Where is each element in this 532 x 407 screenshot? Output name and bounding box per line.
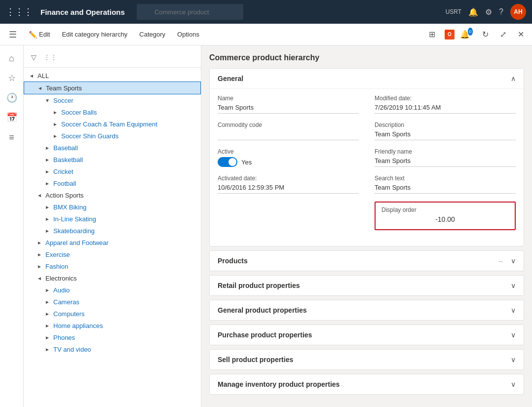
clock-icon[interactable]: 🕐 (3, 89, 21, 107)
tree-item-soccer-shin-label: Soccer Shin Guards (61, 132, 118, 140)
office-icon-btn[interactable]: O (442, 27, 457, 42)
notification-badge: 0 (468, 28, 473, 36)
tree-item-cricket-label: Cricket (53, 168, 73, 175)
refresh-icon[interactable]: ↻ (478, 27, 493, 42)
electronics-expand-icon: ◄ (36, 274, 43, 282)
apparel-expand-icon: ► (36, 239, 43, 246)
tree-item-skateboarding[interactable]: ► Skateboarding (24, 225, 201, 237)
tree-item-football[interactable]: ► Football (24, 177, 201, 189)
name-label: Name (218, 95, 359, 102)
action-sports-expand-icon: ◄ (36, 191, 43, 199)
fullscreen-icon[interactable]: ⤢ (495, 27, 510, 42)
edit-icon: ✏️ (29, 31, 37, 39)
collapse-sidebar-icon[interactable]: ☰ (4, 26, 22, 43)
edit-hierarchy-button[interactable]: Edit category hierarchy (57, 29, 132, 40)
tree-item-apparel-label: Apparel and Footwear (45, 239, 109, 246)
tree-item-action-sports[interactable]: ◄ Action Sports (24, 189, 201, 201)
drag-handle: ⋮⋮ (43, 53, 57, 61)
tree-item-baseball-label: Baseball (53, 144, 78, 152)
tree-item-electronics[interactable]: ◄ Electronics (24, 272, 201, 284)
tree-item-soccer-label: Soccer (53, 97, 73, 104)
close-icon[interactable]: ✕ (513, 27, 528, 42)
options-button[interactable]: Options (172, 29, 204, 40)
activated-date-field: Activated date: 10/6/2016 12:59:35 PM (218, 175, 359, 194)
tree-item-inline-skating[interactable]: ► In-Line Skating (24, 213, 201, 225)
retail-section-header[interactable]: Retail product properties ∨ (210, 276, 524, 295)
tree-item-soccer-balls[interactable]: ► Soccer Balls (24, 106, 201, 118)
home-icon[interactable]: ⌂ (3, 49, 21, 67)
tree-item-audio[interactable]: ► Audio (24, 284, 201, 296)
tree-item-soccer-coach[interactable]: ► Soccer Coach & Team Equipment (24, 118, 201, 130)
tree-item-soccer-shin[interactable]: ► Soccer Shin Guards (24, 130, 201, 142)
filter-icon[interactable]: ▽ (28, 51, 39, 63)
tree-item-bmx-label: BMX Biking (53, 204, 86, 211)
edit-button[interactable]: ✏️ Edit (24, 29, 55, 41)
global-search-input[interactable] (137, 4, 243, 20)
options-label: Options (177, 31, 199, 38)
general-product-properties-section: General product properties ∨ (209, 300, 524, 321)
name-field: Name Team Sports (218, 95, 359, 114)
tree-item-bmx[interactable]: ► BMX Biking (24, 201, 201, 213)
friendly-name-value: Team Sports (375, 157, 516, 167)
manage-inventory-section-header[interactable]: Manage inventory product properties ∨ (210, 374, 524, 394)
general-prod-section-header[interactable]: General product properties ∨ (210, 300, 524, 320)
sell-section-title: Sell product properties (218, 356, 293, 364)
app-title: Finance and Operations (40, 8, 125, 16)
manage-inventory-chevron-icon: ∨ (511, 380, 516, 388)
notifications-badge-btn[interactable]: 🔔0 (460, 27, 475, 42)
tree-item-home-appliances-label: Home appliances (53, 322, 103, 329)
tree-item-exercise[interactable]: ► Exercise (24, 248, 201, 260)
main-layout: ⌂ ☆ 🕐 📅 ≡ ▽ ⋮⋮ ◄ ALL ◄ Team Sports ▼ Soc… (0, 45, 532, 407)
products-section-header[interactable]: Products -- ∨ (210, 251, 524, 271)
grid-menu-icon[interactable]: ⋮⋮⋮ (6, 6, 33, 17)
notification-icon[interactable]: 🔔 (468, 7, 478, 17)
tree-item-computers-label: Computers (53, 310, 85, 318)
tree-item-team-sports[interactable]: ◄ Team Sports (24, 81, 201, 94)
purchase-section-header[interactable]: Purchase product properties ∨ (210, 325, 524, 345)
search-text-field: Search text Team Sports (375, 175, 516, 194)
help-icon[interactable]: ? (499, 7, 503, 16)
tree-item-skate-label: Skateboarding (53, 227, 95, 235)
star-icon[interactable]: ☆ (3, 69, 21, 87)
tree-item-inline-label: In-Line Skating (53, 215, 96, 223)
tree-item-soccer[interactable]: ▼ Soccer (24, 94, 201, 106)
general-section-header[interactable]: General ∧ (210, 69, 524, 88)
commodity-code-label: Commodity code (218, 122, 359, 128)
tree-item-fashion[interactable]: ► Fashion (24, 260, 201, 272)
edit-label: Edit (39, 31, 50, 38)
empty-left-field (218, 202, 359, 230)
tv-expand-icon: ► (43, 345, 51, 353)
sidebar-icons: ⌂ ☆ 🕐 📅 ≡ (0, 45, 24, 407)
commodity-code-value (218, 130, 359, 140)
category-button[interactable]: Category (134, 29, 170, 40)
edit-hierarchy-label: Edit category hierarchy (62, 31, 127, 38)
tree-item-baseball[interactable]: ► Baseball (24, 142, 201, 154)
list-icon[interactable]: ≡ (3, 128, 21, 146)
tree-item-tv-video[interactable]: ► TV and video (24, 343, 201, 355)
tree-item-basketball[interactable]: ► Basketball (24, 154, 201, 165)
avatar[interactable]: AH (510, 4, 526, 20)
search-text-label: Search text (375, 175, 516, 182)
commodity-code-field: Commodity code (218, 122, 359, 140)
apps-icon[interactable]: ⊞ (424, 27, 439, 42)
tree-item-all-label: ALL (38, 72, 49, 80)
tree-item-basketball-label: Basketball (53, 156, 83, 163)
tree-item-home-appliances[interactable]: ► Home appliances (24, 320, 201, 331)
calendar-icon[interactable]: 📅 (3, 109, 21, 126)
sell-section-header[interactable]: Sell product properties ∨ (210, 350, 524, 369)
tree-item-cricket[interactable]: ► Cricket (24, 165, 201, 177)
friendly-name-field: Friendly name Team Sports (375, 148, 516, 167)
tree-item-cameras[interactable]: ► Cameras (24, 296, 201, 308)
soccer-shin-expand-icon: ► (51, 132, 59, 140)
tree-item-all[interactable]: ◄ ALL (24, 70, 201, 81)
tree-item-soccer-balls-label: Soccer Balls (61, 109, 97, 116)
form-row-1: Name Team Sports Modified date: 7/26/201… (218, 95, 516, 114)
active-toggle[interactable] (218, 157, 237, 167)
display-order-value[interactable]: -10.00 (381, 215, 509, 225)
tree-item-computers[interactable]: ► Computers (24, 308, 201, 320)
tree-item-phones[interactable]: ► Phones (24, 331, 201, 343)
detail-header: Commerce product hierarchy (209, 53, 524, 62)
tree-item-phones-label: Phones (53, 334, 75, 341)
settings-icon[interactable]: ⚙ (485, 7, 492, 17)
tree-item-apparel[interactable]: ► Apparel and Footwear (24, 237, 201, 248)
